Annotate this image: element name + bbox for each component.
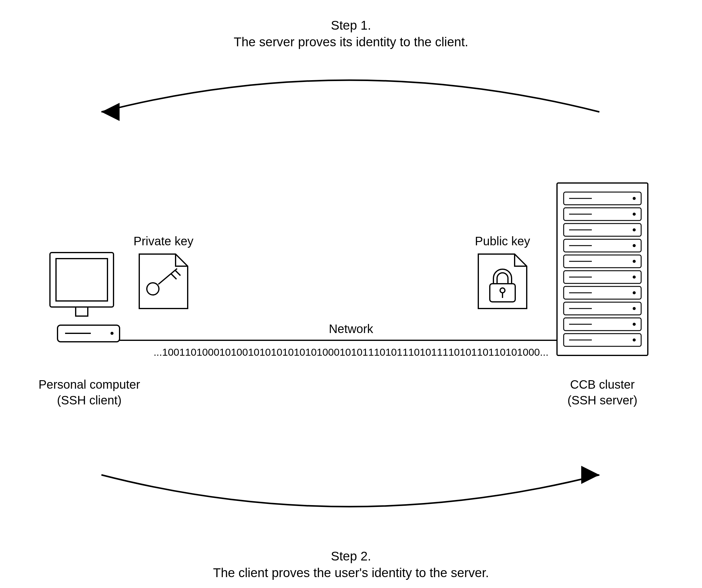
- svg-line-10: [171, 274, 177, 279]
- svg-point-24: [633, 229, 636, 232]
- step1-text: The server proves its identity to the cl…: [0, 35, 702, 49]
- client-caption: Personal computer (SSH client): [27, 377, 151, 408]
- svg-point-21: [633, 212, 636, 216]
- svg-point-18: [633, 197, 636, 200]
- public-key-label: Public key: [463, 235, 542, 248]
- svg-point-45: [633, 338, 636, 341]
- server-name: CCB cluster: [570, 378, 634, 391]
- svg-point-39: [633, 307, 636, 310]
- svg-line-11: [175, 270, 181, 276]
- svg-marker-0: [101, 103, 120, 121]
- svg-rect-2: [50, 253, 114, 307]
- network-bits: ...1001101000101001010101010101000101011…: [0, 346, 702, 358]
- arrow-client-to-server: [101, 466, 599, 506]
- arrow-server-to-client: [101, 80, 599, 121]
- public-key-file-icon: [478, 254, 527, 308]
- private-key-file-icon: [139, 254, 188, 308]
- svg-point-27: [633, 244, 636, 247]
- svg-point-36: [633, 291, 636, 294]
- svg-point-13: [500, 288, 505, 293]
- svg-rect-3: [56, 259, 107, 301]
- svg-point-30: [633, 260, 636, 263]
- step2-title: Step 2.: [0, 549, 702, 564]
- svg-point-8: [147, 283, 159, 295]
- private-key-label: Private key: [121, 235, 206, 248]
- step2-text: The client proves the user's identity to…: [0, 566, 702, 580]
- client-role: (SSH client): [57, 394, 121, 407]
- svg-marker-1: [581, 466, 599, 484]
- server-caption: CCB cluster (SSH server): [545, 377, 660, 408]
- diagram-svg: [0, 0, 702, 588]
- svg-point-33: [633, 276, 636, 279]
- network-label: Network: [0, 322, 702, 336]
- diagram-canvas: Step 1. The server proves its identity t…: [0, 0, 702, 588]
- server-role: (SSH server): [567, 394, 637, 407]
- svg-rect-4: [76, 307, 88, 316]
- step1-title: Step 1.: [0, 18, 702, 33]
- client-name: Personal computer: [38, 378, 140, 391]
